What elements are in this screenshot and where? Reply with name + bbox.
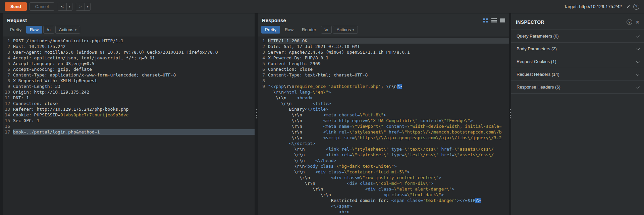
code-line: 11DNT: 1 bbox=[3, 95, 255, 101]
code-line: 15Sec-GPC: 1 bbox=[3, 118, 255, 123]
response-tab-raw[interactable]: Raw bbox=[281, 26, 297, 34]
request-tab-pretty[interactable]: Pretty bbox=[6, 26, 25, 34]
inspector-close-icon[interactable]: × bbox=[636, 19, 639, 25]
cancel-button[interactable]: Cancel bbox=[30, 2, 54, 11]
line-text: Server: Apache/2.4.46 (Win64) OpenSSL/1.… bbox=[268, 49, 509, 55]
inspector-help-icon[interactable]: ? bbox=[627, 19, 632, 25]
code-line: \r\n <meta name=\"viewport\" content=\"w… bbox=[258, 123, 509, 129]
code-line: 2Host: 10.129.175.242 bbox=[3, 44, 255, 49]
response-tab-render[interactable]: Render bbox=[298, 26, 320, 34]
line-text: \r\n <meta charset=\"utf-8\"> bbox=[268, 112, 509, 118]
main-area: Request PrettyRaw\nActions▾ 1POST /inclu… bbox=[0, 13, 644, 215]
line-text: Cookie: PHPSESSID=9lvbsOpbc7r7tnurijeo9p… bbox=[13, 112, 255, 118]
inspector-sections: Query Parameters (0)Body Parameters (2)R… bbox=[511, 30, 644, 94]
line-number: 8 bbox=[3, 78, 13, 84]
tab-label: Pretty bbox=[10, 27, 21, 32]
line-number bbox=[258, 186, 268, 192]
tab-label: Render bbox=[302, 27, 316, 32]
line-text: \r\n <meta http-equiv=\"X-UA-Compatible\… bbox=[268, 118, 509, 123]
line-number bbox=[258, 209, 268, 215]
line-number bbox=[258, 175, 268, 180]
tab-label: \n bbox=[47, 27, 51, 32]
line-number: 4 bbox=[258, 55, 268, 61]
code-line: 8X-Requested-With: XMLHttpRequest bbox=[3, 78, 255, 84]
help-icon[interactable]: ? bbox=[633, 4, 639, 10]
response-tab-actions[interactable]: Actions▾ bbox=[333, 26, 358, 34]
line-number bbox=[258, 135, 268, 141]
chevron-down-icon bbox=[636, 34, 640, 37]
history-back-button[interactable]: < bbox=[58, 3, 67, 10]
line-text: \r\n <title> bbox=[268, 101, 509, 106]
request-response-gap bbox=[255, 13, 258, 215]
inspector-section-label: Query Parameters (0) bbox=[517, 34, 559, 39]
code-line: 6Accept-Encoding: gzip, deflate bbox=[3, 66, 255, 72]
response-editor[interactable]: 1HTTP/1.1 200 OK2Date: Sat, 17 Jul 2021 … bbox=[258, 37, 509, 215]
inspector-panel: INSPECTOR ? × Query Parameters (0)Body P… bbox=[511, 13, 644, 215]
line-number bbox=[258, 203, 268, 209]
inspector-section-body-parameters-2[interactable]: Body Parameters (2) bbox=[511, 43, 644, 55]
chevron-down-icon bbox=[636, 46, 640, 50]
history-forward-button[interactable]: > bbox=[76, 3, 85, 10]
response-inspector-splitter[interactable] bbox=[510, 109, 511, 119]
line-text: \r\n <link rel=\"stylesheet\" type=\"tex… bbox=[268, 146, 509, 152]
history-forward-dropdown[interactable]: ▾ bbox=[85, 3, 90, 10]
line-text: Accept-Language: en-US,en;q=0.5 bbox=[13, 61, 255, 66]
layout-rows-icon[interactable] bbox=[491, 18, 497, 22]
request-editor[interactable]: 1POST /includes/bookController.php HTTP/… bbox=[3, 37, 255, 215]
code-line: 10Origin: http://10.129.175.242 bbox=[3, 89, 255, 95]
response-tab-pretty[interactable]: Pretty bbox=[261, 26, 280, 34]
response-tab-n[interactable]: \n bbox=[321, 26, 332, 34]
request-response-splitter[interactable] bbox=[256, 109, 257, 119]
response-code: 1HTTP/1.1 200 OK2Date: Sat, 17 Jul 2021 … bbox=[258, 38, 509, 215]
line-number: 17 bbox=[3, 129, 13, 135]
code-line: Restricted domain for: <span class='text… bbox=[258, 198, 509, 203]
layout-single-icon[interactable] bbox=[500, 18, 505, 22]
line-text: \r\n <meta name=\"viewport\" content=\"w… bbox=[268, 123, 509, 129]
code-line: \r\n <meta http-equiv=\"X-UA-Compatible\… bbox=[258, 118, 509, 123]
edit-target-icon[interactable] bbox=[626, 4, 631, 9]
line-number: 9 bbox=[258, 84, 268, 89]
history-back-dropdown[interactable]: ▾ bbox=[67, 3, 72, 10]
inspector-section-request-cookies-1[interactable]: Request Cookies (1) bbox=[511, 55, 644, 68]
line-number bbox=[258, 141, 268, 146]
tab-label: Raw bbox=[30, 27, 39, 32]
line-text: \r\n <link rel=\"stylesheet\" type=\"tex… bbox=[268, 152, 509, 158]
line-text: <br> bbox=[268, 209, 509, 215]
line-text: <\/span> bbox=[268, 203, 509, 209]
line-text: \r\n <script src=\"https:\/\/ajax.google… bbox=[268, 135, 509, 141]
line-text: \r\n <head> bbox=[268, 95, 509, 101]
inspector-section-response-headers-6[interactable]: Response Headers (6) bbox=[511, 81, 644, 94]
response-panel-header: Response bbox=[258, 13, 509, 26]
line-number bbox=[258, 112, 268, 118]
line-number bbox=[258, 152, 268, 158]
inspector-section-query-parameters-0[interactable]: Query Parameters (0) bbox=[511, 30, 644, 43]
code-line: \r\n <link rel=\"stylesheet\" type=\"tex… bbox=[258, 152, 509, 158]
line-number bbox=[258, 180, 268, 186]
line-number: 7 bbox=[3, 72, 13, 78]
layout-columns-icon[interactable] bbox=[483, 18, 488, 22]
send-button[interactable]: Send bbox=[5, 2, 27, 11]
request-tab-raw[interactable]: Raw bbox=[26, 26, 42, 34]
line-number bbox=[258, 169, 268, 175]
code-line: \r\n <link rel=\"stylesheet\" href=\"htt… bbox=[258, 129, 509, 135]
request-tab-actions[interactable]: Actions▾ bbox=[55, 26, 80, 34]
line-text: POST /includes/bookController.php HTTP/1… bbox=[13, 38, 255, 44]
tab-label: Actions bbox=[59, 27, 73, 32]
line-number: 16 bbox=[3, 123, 13, 129]
request-tab-n[interactable]: \n bbox=[43, 26, 54, 34]
line-text: Content-Length: 2969 bbox=[268, 61, 509, 66]
inspector-section-request-headers-14[interactable]: Request Headers (14) bbox=[511, 68, 644, 81]
chevron-down-icon bbox=[636, 85, 640, 88]
code-line: Binary<\/title> bbox=[258, 106, 509, 112]
line-text: Content-Length: 33 bbox=[13, 84, 255, 89]
code-line: \r\n <head> bbox=[258, 95, 509, 101]
line-number: 6 bbox=[3, 66, 13, 72]
line-number: 1 bbox=[3, 38, 13, 44]
code-line: \r\n<html lang=\"en\"> bbox=[258, 89, 509, 95]
line-text: \r\n<body class=\"bg-dark text-white\"> bbox=[268, 163, 509, 169]
code-line: 6Connection: close bbox=[258, 66, 509, 72]
code-line: 7Content-Type: text/html; charset=UTF-8 bbox=[258, 72, 509, 78]
code-line: 8 bbox=[258, 78, 509, 84]
code-line: 5Content-Length: 2969 bbox=[258, 61, 509, 66]
pencil-icon bbox=[626, 4, 631, 9]
